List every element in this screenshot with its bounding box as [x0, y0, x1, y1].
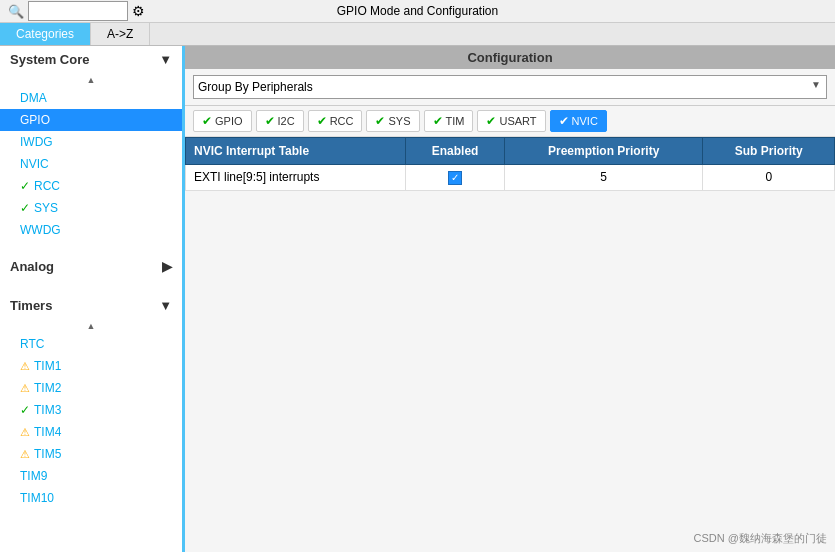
peripheral-tabs: ✔ GPIO ✔ I2C ✔ RCC ✔ SYS ✔ TIM — [185, 106, 835, 137]
sidebar-section-header-analog[interactable]: Analog ▶ — [0, 253, 182, 280]
check-icon-usart-tab: ✔ — [486, 114, 496, 128]
sidebar-section-header-system-core[interactable]: System Core ▼ — [0, 46, 182, 73]
interrupt-enabled[interactable]: ✓ — [406, 165, 505, 191]
rcc-tab-label: RCC — [330, 115, 354, 127]
sidebar-item-tim3[interactable]: ✓ TIM3 — [0, 399, 182, 421]
peripheral-tab-tim[interactable]: ✔ TIM — [424, 110, 474, 132]
preemption-priority-value[interactable]: 5 — [504, 165, 703, 191]
nvic-table: NVIC Interrupt Table Enabled Preemption … — [185, 137, 835, 191]
sys-tab-label: SYS — [388, 115, 410, 127]
peripheral-tab-usart[interactable]: ✔ USART — [477, 110, 545, 132]
app-title: GPIO Mode and Configuration — [337, 4, 498, 18]
check-icon-tim3: ✓ — [20, 403, 30, 417]
sidebar-item-rtc[interactable]: RTC — [0, 333, 182, 355]
nvic-content: NVIC Interrupt Table Enabled Preemption … — [185, 137, 835, 552]
peripheral-tab-i2c[interactable]: ✔ I2C — [256, 110, 304, 132]
sidebar-item-dma[interactable]: DMA — [0, 87, 182, 109]
check-icon-i2c-tab: ✔ — [265, 114, 275, 128]
chevron-right-icon: ▶ — [162, 259, 172, 274]
sidebar: System Core ▼ ▲ DMA GPIO IWDG NVIC ✓ — [0, 46, 185, 552]
tab-atoz[interactable]: A->Z — [91, 23, 150, 45]
check-icon-rcc: ✓ — [20, 179, 30, 193]
chevron-down-icon-timers: ▼ — [159, 298, 172, 313]
sidebar-divider-1 — [0, 241, 182, 253]
nvic-tab-label: NVIC — [572, 115, 598, 127]
col-header-preemption: Preemption Priority — [504, 138, 703, 165]
warn-icon-tim1: ⚠ — [20, 360, 30, 373]
sidebar-item-tim2[interactable]: ⚠ TIM2 — [0, 377, 182, 399]
sidebar-divider-2 — [0, 280, 182, 292]
group-select-wrapper: Group By Peripherals — [193, 75, 827, 99]
check-icon-sys-tab: ✔ — [375, 114, 385, 128]
sidebar-item-gpio[interactable]: GPIO — [0, 109, 182, 131]
warn-icon-tim5: ⚠ — [20, 448, 30, 461]
interrupt-name: EXTI line[9:5] interrupts — [186, 165, 406, 191]
peripheral-tab-gpio[interactable]: ✔ GPIO — [193, 110, 252, 132]
sidebar-section-system-core: System Core ▼ ▲ DMA GPIO IWDG NVIC ✓ — [0, 46, 182, 241]
peripheral-tab-rcc[interactable]: ✔ RCC — [308, 110, 363, 132]
gear-icon[interactable]: ⚙ — [132, 3, 145, 19]
usart-tab-label: USART — [499, 115, 536, 127]
check-icon-rcc-tab: ✔ — [317, 114, 327, 128]
sidebar-item-sys[interactable]: ✓ SYS — [0, 197, 182, 219]
check-icon-gpio-tab: ✔ — [202, 114, 212, 128]
sidebar-item-tim9[interactable]: TIM9 — [0, 465, 182, 487]
sidebar-item-nvic[interactable]: NVIC — [0, 153, 182, 175]
warn-icon-tim2: ⚠ — [20, 382, 30, 395]
check-icon-nvic-tab: ✔ — [559, 114, 569, 128]
config-toolbar: Group By Peripherals — [185, 69, 835, 106]
search-input[interactable] — [28, 1, 128, 21]
sidebar-item-tim4[interactable]: ⚠ TIM4 — [0, 421, 182, 443]
peripheral-tab-nvic[interactable]: ✔ NVIC — [550, 110, 607, 132]
peripheral-tab-sys[interactable]: ✔ SYS — [366, 110, 419, 132]
analog-label: Analog — [10, 259, 54, 274]
sidebar-item-rcc[interactable]: ✓ RCC — [0, 175, 182, 197]
content-area: Configuration Group By Peripherals ✔ GPI… — [185, 46, 835, 552]
search-icon: 🔍 — [8, 4, 24, 19]
chevron-down-icon: ▼ — [159, 52, 172, 67]
table-row: EXTI line[9:5] interrupts ✓ 5 0 — [186, 165, 835, 191]
timers-label: Timers — [10, 298, 52, 313]
sub-priority-value[interactable]: 0 — [703, 165, 835, 191]
sidebar-section-header-timers[interactable]: Timers ▼ — [0, 292, 182, 319]
sidebar-item-wwdg[interactable]: WWDG — [0, 219, 182, 241]
app-header: 🔍 ⚙ GPIO Mode and Configuration — [0, 0, 835, 23]
col-header-sub-priority: Sub Priority — [703, 138, 835, 165]
i2c-tab-label: I2C — [278, 115, 295, 127]
check-icon-sys: ✓ — [20, 201, 30, 215]
enabled-checkbox[interactable]: ✓ — [448, 171, 462, 185]
sidebar-section-analog: Analog ▶ — [0, 253, 182, 280]
sidebar-section-timers: Timers ▼ ▲ RTC ⚠ TIM1 ⚠ TIM2 ✓ TIM3 — [0, 292, 182, 509]
sidebar-item-iwdg[interactable]: IWDG — [0, 131, 182, 153]
system-core-label: System Core — [10, 52, 89, 67]
warn-icon-tim4: ⚠ — [20, 426, 30, 439]
tab-categories[interactable]: Categories — [0, 23, 91, 45]
col-header-enabled: Enabled — [406, 138, 505, 165]
scroll-up-timers[interactable]: ▲ — [0, 319, 182, 333]
search-area: 🔍 ⚙ — [8, 1, 145, 21]
tim-tab-label: TIM — [446, 115, 465, 127]
scroll-up-system[interactable]: ▲ — [0, 73, 182, 87]
sidebar-item-tim10[interactable]: TIM10 — [0, 487, 182, 509]
group-by-select[interactable]: Group By Peripherals — [193, 75, 827, 99]
watermark: CSDN @魏纳海森堡的门徒 — [694, 531, 827, 546]
sidebar-item-tim1[interactable]: ⚠ TIM1 — [0, 355, 182, 377]
nav-tabs: Categories A->Z — [0, 23, 835, 46]
check-icon-tim-tab: ✔ — [433, 114, 443, 128]
gpio-tab-label: GPIO — [215, 115, 243, 127]
config-section-label: Configuration — [185, 46, 835, 69]
sidebar-item-tim5[interactable]: ⚠ TIM5 — [0, 443, 182, 465]
col-header-interrupt-table: NVIC Interrupt Table — [186, 138, 406, 165]
